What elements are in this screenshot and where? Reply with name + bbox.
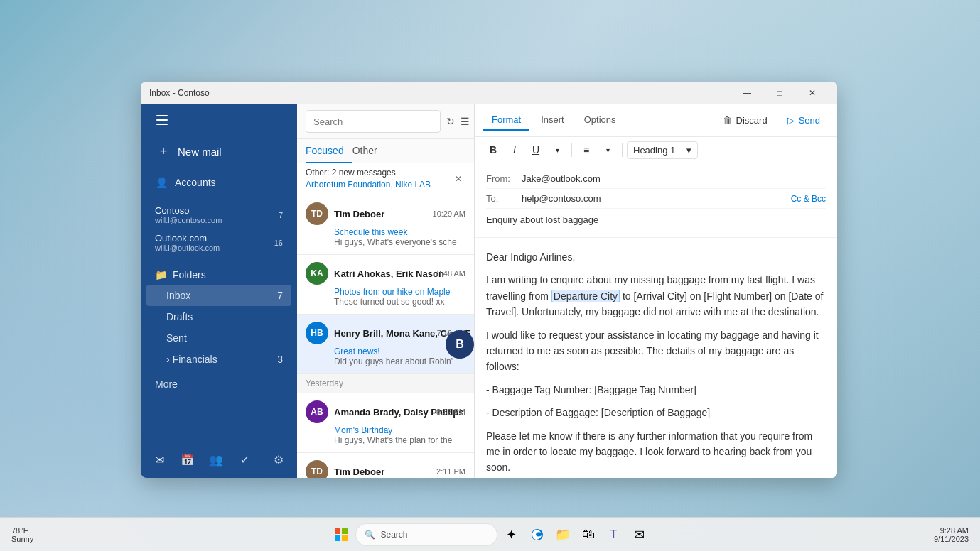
more-item[interactable]: More: [146, 373, 291, 395]
discard-button[interactable]: 🗑 Discard: [714, 111, 776, 130]
weather-widget[interactable]: 78°F Sunny: [11, 526, 33, 543]
settings-nav-icon[interactable]: ⚙: [266, 447, 291, 472]
taskbar-mail-icon[interactable]: ✉: [628, 523, 651, 546]
body-para3: Please let me know if there is any furth…: [486, 428, 826, 476]
inbox-label: Inbox: [166, 290, 190, 301]
underline-button[interactable]: U: [526, 140, 546, 160]
more-label: More: [155, 378, 178, 390]
taskbar-edge-icon[interactable]: [526, 523, 549, 546]
email-item-1[interactable]: KA Katri Ahokas, Erik Nason 8:48 AM Phot…: [297, 255, 474, 315]
email-subject-1: Photos from our hike on Maple: [306, 287, 465, 297]
account-item-outlook[interactable]: Outlook.com will.l@outlook.com 16: [146, 229, 291, 256]
folders-section: 📁 Folders Inbox 7 Drafts Sent › Financia…: [141, 262, 297, 373]
tab-other[interactable]: Other: [352, 139, 386, 163]
sidebar: + New mail 👤 Accounts Contoso will.l@con…: [141, 104, 297, 478]
compose-pane: Format Insert Options 🗑 Discard ▷ Send B…: [475, 104, 837, 478]
windows-start-button[interactable]: [330, 523, 352, 546]
new-mail-button[interactable]: + New mail: [146, 137, 291, 165]
taskbar-store-icon[interactable]: 🛍: [577, 523, 600, 546]
tab-options[interactable]: Options: [576, 110, 625, 131]
date-divider-yesterday: Yesterday: [297, 374, 474, 393]
email-meta-1: Katri Ahokas, Erik Nason: [334, 267, 431, 280]
taskbar-files-icon[interactable]: 📁: [551, 523, 574, 546]
folder-inbox[interactable]: Inbox 7: [146, 285, 291, 306]
hamburger-line-2: [156, 119, 168, 121]
email-item-4[interactable]: TD Tim Deboer 2:11 PM Schedule this week…: [297, 453, 474, 478]
underline-dropdown-button[interactable]: ▾: [547, 140, 567, 160]
send-button[interactable]: ▷ Send: [779, 111, 829, 130]
email-meta-3: Amanda Brady, Daisy Phillips: [334, 405, 431, 418]
svg-rect-0: [335, 528, 340, 534]
hamburger-button[interactable]: [149, 107, 175, 133]
notification-link[interactable]: Arboretum Foundation, Nike LAB: [306, 180, 431, 190]
format-toolbar: B I U ▾ ≡ ▾ Heading 1 ▾: [475, 137, 837, 163]
sidebar-accounts-item[interactable]: 👤 Accounts: [146, 171, 291, 194]
weather-temp: 78°F: [11, 526, 28, 535]
accounts-section: 👤 Accounts: [141, 167, 297, 198]
email-item-0[interactable]: TD Tim Deboer 10:29 AM Schedule this wee…: [297, 195, 474, 255]
trash-icon: 🗑: [723, 115, 732, 126]
tab-insert[interactable]: Insert: [532, 110, 573, 131]
search-input[interactable]: [306, 110, 441, 133]
close-button[interactable]: ✕: [796, 82, 829, 104]
compose-body[interactable]: Dear Indigo Airlines, I am writing to en…: [475, 238, 837, 478]
bold-button[interactable]: B: [483, 140, 503, 160]
financials-count: 3: [277, 354, 283, 365]
tab-focused[interactable]: Focused: [306, 139, 352, 163]
contacts-nav-icon[interactable]: 👥: [203, 447, 229, 472]
heading-dropdown[interactable]: Heading 1 ▾: [627, 141, 698, 159]
title-bar: Inbox - Contoso — □ ✕: [141, 82, 837, 104]
email-item-2[interactable]: HB Henry Brill, Mona Kane, Cecil F 7:19 …: [297, 315, 474, 374]
folder-financials[interactable]: › Financials 3: [146, 349, 291, 370]
email-item-header-3: AB Amanda Brady, Daisy Phillips 8:32 PM: [306, 400, 465, 423]
list-button[interactable]: ≡: [576, 140, 596, 160]
email-tabs: Focused Other: [297, 139, 474, 163]
discard-label: Discard: [736, 115, 768, 126]
email-subject-3: Mom's Birthday: [306, 425, 465, 435]
tab-format[interactable]: Format: [483, 110, 529, 131]
italic-button[interactable]: I: [505, 140, 524, 160]
heading-label: Heading 1: [633, 145, 675, 156]
compose-floating-button[interactable]: B: [446, 330, 474, 359]
subject-field[interactable]: Enquiry about lost baggage: [486, 209, 826, 231]
email-item-3[interactable]: AB Amanda Brady, Daisy Phillips 8:32 PM …: [297, 393, 474, 453]
new-mail-plus-icon: +: [156, 144, 171, 158]
filter-button[interactable]: ☰: [461, 111, 470, 132]
email-item-header-4: TD Tim Deboer 2:11 PM: [306, 460, 465, 478]
mail-nav-icon[interactable]: ✉: [146, 447, 172, 472]
list-dropdown-button[interactable]: ▾: [598, 140, 618, 160]
clock-date: 9/11/2023: [934, 535, 969, 543]
account-item-contoso[interactable]: Contoso will.l@contoso.com 7: [146, 201, 291, 229]
windows-logo-icon: [335, 528, 348, 541]
account-name-contoso: Contoso: [155, 205, 222, 216]
calendar-nav-icon[interactable]: 📅: [175, 447, 200, 472]
subject-value: Enquiry about lost baggage: [486, 214, 598, 225]
taskbar-right: 9:28 AM 9/11/2023: [934, 526, 969, 543]
from-value[interactable]: Jake@outlook.com: [522, 173, 826, 184]
taskbar-clock[interactable]: 9:28 AM 9/11/2023: [934, 526, 969, 543]
email-sender-4: Tim Deboer: [334, 467, 384, 477]
svg-rect-3: [342, 535, 348, 541]
folder-drafts[interactable]: Drafts: [146, 306, 291, 327]
mail-window: Inbox - Contoso — □ ✕ + New mail: [141, 82, 837, 478]
folder-sent[interactable]: Sent: [146, 327, 291, 349]
expand-icon: ›: [166, 354, 170, 365]
tasks-nav-icon[interactable]: ✓: [232, 447, 257, 472]
account-name-outlook: Outlook.com: [155, 233, 220, 244]
minimize-button[interactable]: —: [731, 82, 763, 104]
maximize-button[interactable]: □: [763, 82, 796, 104]
taskbar-search[interactable]: 🔍 Search: [355, 523, 497, 546]
inbox-count: 7: [277, 290, 283, 301]
taskbar-copilot-icon[interactable]: ✦: [500, 523, 523, 546]
accounts-label: Accounts: [175, 177, 283, 188]
from-field: From: Jake@outlook.com: [486, 169, 826, 189]
refresh-button[interactable]: ↻: [446, 111, 455, 132]
email-preview-3: Hi guys, What's the plan for the: [306, 435, 465, 445]
email-meta-2: Henry Brill, Mona Kane, Cecil F: [334, 327, 431, 339]
notification-close-button[interactable]: ✕: [451, 172, 465, 186]
cc-bcc-button[interactable]: Cc & Bcc: [791, 194, 826, 204]
to-value[interactable]: help@contoso.com: [522, 193, 791, 204]
taskbar-teams-icon[interactable]: T: [603, 523, 625, 546]
send-label: Send: [799, 115, 820, 126]
account-badge-contoso: 7: [279, 211, 283, 219]
